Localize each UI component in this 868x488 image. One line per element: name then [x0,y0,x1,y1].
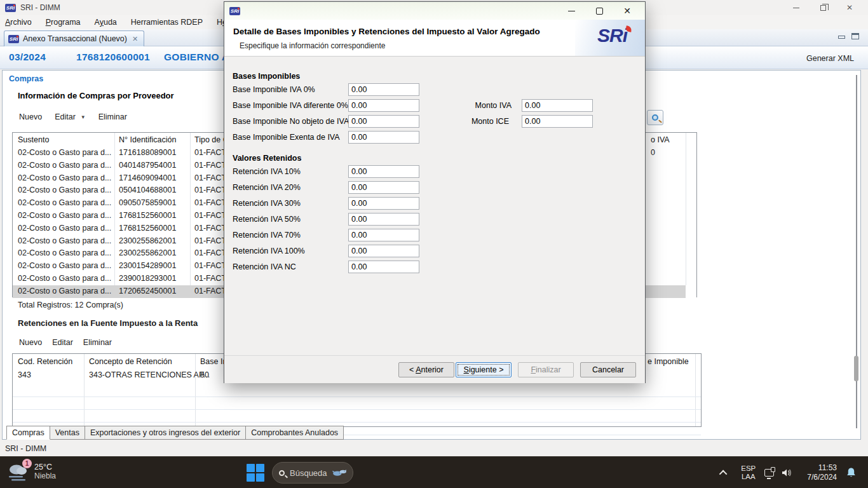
base-field-1-input[interactable] [348,99,419,112]
monto-0-label: Monto IVA [473,101,512,110]
dialog-siguiente-button[interactable]: Siguiente > [456,362,512,377]
cell-sustento: 02-Costo o Gasto para d... [18,287,111,295]
close-button[interactable]: ✕ [836,0,863,15]
retencion-field-1-input[interactable] [348,181,419,194]
notification-badge: 1 [22,459,32,468]
cell-sustento: 02-Costo o Gasto para d... [18,186,111,194]
base-field-0-input[interactable] [348,83,419,96]
cell-base: 50 [200,370,209,379]
col-right-fragment[interactable]: e Imponible [648,357,689,366]
bottom-tab-compras[interactable]: Compras [6,426,50,440]
language-indicator[interactable]: ESP LAA [741,464,756,481]
weather-widget[interactable]: 1 25°C Niebla [6,461,56,482]
cell-identificacion: 1720652450001 [119,287,176,295]
period-label: 03/2024 [9,51,46,63]
compras-editar-button[interactable]: Editar [55,112,76,121]
tab-close-icon[interactable]: ✕ [132,35,138,43]
dialog-titlebar: SRi ✕ [224,2,645,20]
clock[interactable]: 11:53 7/6/2024 [807,463,837,482]
search-icon [652,114,658,121]
col-concepto[interactable]: Concepto de Retención [89,357,172,366]
dialog-maximize-button[interactable] [585,3,613,18]
menu-ayuda[interactable]: Ayuda [95,18,117,27]
col-sustento[interactable]: Sustento [18,135,49,144]
cell-monto-iva: 0 [651,148,655,157]
retenciones-eliminar-button[interactable]: Eliminar [83,338,112,347]
monto-1-input[interactable] [522,115,593,128]
retenciones-nuevo-button[interactable]: Nuevo [19,338,42,347]
scrollbar-thumb[interactable] [854,356,858,381]
retencion-field-2-input[interactable] [348,197,419,210]
fog-weather-icon: 1 [6,461,29,482]
dialog-minimize-button[interactable] [557,3,585,18]
cell-identificacion: 0401487954001 [119,161,176,170]
retencion-field-3-input[interactable] [348,213,419,226]
tab-icon: SRi [8,35,19,43]
start-button[interactable] [247,464,264,482]
cell-sustento: 02-Costo o Gasto para d... [18,173,111,182]
cell-identificacion: 1714609094001 [119,173,176,182]
dialog-cancelar-button[interactable]: Cancelar [580,362,636,377]
monto-1-label: Monto ICE [471,117,509,126]
retencion-field-6-input[interactable] [348,261,419,273]
tray-chevron-up-icon[interactable] [719,470,728,478]
cell-cod: 343 [18,370,31,379]
retencion-field-0-input[interactable] [348,165,419,178]
cell-identificacion: 1768152560001 [119,211,176,220]
cell-sustento: 02-Costo o Gasto para d... [18,211,111,220]
tab-anexo-transaccional[interactable]: SRi Anexo Transaccional (Nuevo) ✕ [4,30,144,46]
dialog-anterior-button[interactable]: < Anterior [398,362,454,377]
cell-sustento: 02-Costo o Gasto para d... [18,198,111,207]
generar-xml-link[interactable]: Generar XML [806,54,854,63]
bottom-tab-comprobantes[interactable]: Comprobantes Anulados [246,426,344,440]
volume-icon[interactable] [782,468,793,478]
search-button[interactable] [647,110,663,125]
bottom-tabs: ComprasVentasExportaciones y otros ingre… [6,426,344,440]
compras-nuevo-button[interactable]: Nuevo [19,112,42,121]
minimize-icon [568,11,575,11]
dialog-finalizar-button[interactable]: Finalizar [518,362,574,377]
base-field-0-label: Base Imponible IVA 0% [233,85,315,94]
network-icon[interactable] [764,469,774,477]
sri-logo: SRi [597,25,627,46]
menu-programa[interactable]: Programa [46,18,81,27]
cell-identificacion: 0905075859001 [119,198,176,207]
bottom-tab-ventas[interactable]: Ventas [50,426,85,440]
panel-maximize-icon[interactable] [851,33,859,39]
panel-minimize-icon[interactable] [837,33,845,39]
minimize-button[interactable] [783,0,810,15]
cell-identificacion: 0504104688001 [119,186,176,194]
dialog-header: Detalle de Bases Imponibles y Retencione… [224,20,645,57]
base-field-2-input[interactable] [348,115,419,128]
bottom-tab-exportaciones[interactable]: Exportaciones y otros ingresos del exter… [85,426,246,440]
retenciones-editar-button[interactable]: Editar [52,338,73,347]
statusbar: SRI - DIMM [0,441,868,456]
retencion-field-5-input[interactable] [348,245,419,257]
bases-section-title: Bases Imponibles [233,72,300,81]
weather-condition: Niebla [34,471,56,480]
menu-herramientas-rdep[interactable]: Herramientas RDEP [131,18,203,27]
dialog-close-button[interactable]: ✕ [613,3,641,18]
restore-button[interactable] [810,0,836,15]
screen: SRi SRI - DIMM ✕ ArchivoProgramaAyudaHer… [0,0,868,488]
notification-bell-icon[interactable] [846,467,857,478]
taskbar-search[interactable]: Búsqueda [272,462,353,484]
col-monto-iva-fragment[interactable]: o IVA [651,135,670,144]
cell-sustento: 02-Costo o Gasto para d... [18,236,111,245]
monto-0-input[interactable] [522,99,593,112]
compras-eliminar-button[interactable]: Eliminar [98,112,127,121]
retencion-field-6-label: Retención IVA NC [233,262,296,271]
temperature: 25°C [34,463,56,471]
cell-sustento: 02-Costo o Gasto para d... [18,148,111,157]
retencion-field-4-input[interactable] [348,229,419,241]
status-text: SRI - DIMM [5,444,46,453]
editar-dropdown-icon[interactable]: ▼ [81,114,86,120]
col-cod-retencion[interactable]: Cod. Retención [18,357,72,366]
menu-archivo[interactable]: Archivo [5,18,32,27]
retencion-field-4-label: Retención IVA 70% [233,231,301,240]
retencion-field-2-label: Retención IVA 30% [233,199,301,208]
empty-row [13,410,701,423]
col-identificacion[interactable]: N° Identificación [119,135,176,144]
base-field-3-input[interactable] [348,131,419,144]
empty-row [13,384,701,397]
